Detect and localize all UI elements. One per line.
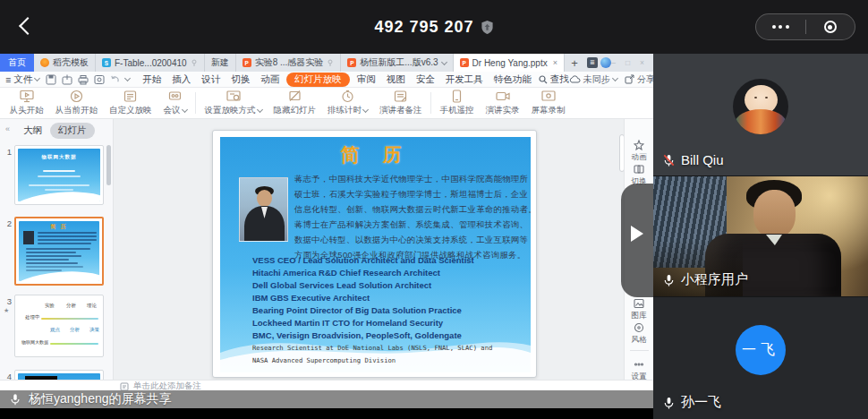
screen-record-icon [541,90,556,103]
custom-show-icon [123,90,137,103]
hide-slide-icon [288,90,302,103]
undo-icon[interactable] [110,74,120,84]
thumbnail-slide-1[interactable]: 物联网大数据 [14,145,104,205]
slideshow-settings-icon [226,90,241,103]
collapse-videos-handle[interactable] [621,184,653,297]
share-button[interactable]: 分享 [625,73,653,86]
thumbnail-slide-2-selected[interactable]: 简 历 [14,217,104,286]
style-tool[interactable]: 风格 [625,322,653,346]
find-button[interactable]: 查找 [539,73,569,86]
tab-active-doc[interactable]: P Dr Heng Yang.pptx × [454,54,565,72]
panel-header: 大纲 幻灯片 [0,123,113,139]
speaker-notes-button[interactable]: 演讲者备注 [374,90,429,116]
research-lines: Research Scientist at DoE National Labs … [252,342,492,367]
close-window-icon[interactable]: × [640,58,644,67]
screen-record-button[interactable]: 屏幕录制 [525,90,571,116]
animation-tool[interactable]: 动画 [625,140,653,163]
menu-insert[interactable]: 插入 [166,73,196,86]
participant-label: 孙一飞 [662,394,721,411]
menu-review[interactable]: 审阅 [352,73,381,86]
play-from-current-button[interactable]: 从当前开始 [49,90,104,116]
mic-on-icon [662,273,676,287]
menu-features[interactable]: 特色功能 [489,73,537,86]
tab-slides[interactable]: 幻灯片 [50,123,95,139]
preview-icon[interactable] [94,74,105,85]
avatar [733,79,788,134]
maximize-icon[interactable]: □ [625,58,630,67]
bottom-strip [0,408,653,419]
wps-window: 首页 稻壳模板 S F-Table...0200410 新建 P 实验8 ...… [0,54,653,408]
gallery-tool[interactable]: 图库 [625,298,653,321]
animation-star-icon: ★ [4,307,9,314]
menu-devtools[interactable]: 开发工具 [440,73,489,86]
menu-transition[interactable]: 切换 [226,73,255,86]
save-icon[interactable] [46,74,56,85]
menu-design[interactable]: 设计 [196,73,226,86]
play-from-start-button[interactable]: 从头开始 [4,90,49,116]
pin-icon [327,59,334,66]
quick-access-toolbar [46,74,130,85]
phone-remote-icon [452,90,462,103]
window-controls: – □ × [611,54,653,72]
mic-on-icon [662,396,676,410]
tab-list-badge-icon[interactable]: ≣ [587,57,598,68]
slide-title: 简 历 [220,142,531,167]
tab-sheet-doc[interactable]: S F-Table...0200410 [96,54,205,72]
phone-remote-button[interactable]: 手机遥控 [434,90,480,116]
close-tab-icon[interactable]: × [551,58,557,67]
participant-tile-video[interactable]: 小程序用户 [653,175,868,297]
participant-label: 小程序用户 [662,271,748,288]
print-icon[interactable] [78,74,89,85]
menu-view[interactable]: 视图 [381,73,411,86]
tab-ppt-exp[interactable]: P 实验8 ...感器实验 [236,54,342,72]
rehearse-timing-button[interactable]: 排练计时 [322,90,374,116]
gallery-icon [634,298,644,309]
animation-icon [634,140,644,150]
share-banner-text: 杨恒yangheng的屏幕共享 [29,391,172,407]
custom-show-button[interactable]: 自定义放映 [104,90,158,116]
wps-tab-bar: 首页 稻壳模板 S F-Table...0200410 新建 P 实验8 ...… [0,54,653,72]
slideshow-settings-button[interactable]: 设置放映方式 [199,90,268,116]
slide-number: 1 [2,147,12,157]
menu-security[interactable]: 安全 [411,73,440,86]
tab-outline[interactable]: 大纲 [23,124,42,137]
tab-home[interactable]: 首页 [0,54,34,72]
participant-tile-bill[interactable]: Bill Qiu [653,54,868,175]
participant-tile-sun[interactable]: 一飞 孙一飞 [653,297,868,419]
meeting-button[interactable]: 会议 [157,90,192,116]
presentation-record-button[interactable]: 演讲实录 [480,90,525,116]
thumbnail-slide-3[interactable]: 实验 分析 理论 处理中 观点 分析 决策 物联网大数据 [14,295,104,357]
play-from-current-icon [70,90,83,103]
account-avatar-icon[interactable] [600,57,611,68]
chevron-down-icon [612,75,618,81]
exit-miniprogram-icon[interactable] [806,14,855,39]
slide-number: 4 [2,372,12,380]
more-options-icon[interactable] [756,14,805,39]
chevron-down-icon [441,58,447,64]
menu-start[interactable]: 开始 [137,73,166,86]
menu-slideshow-active[interactable]: 幻灯片放映 [286,73,350,87]
chevron-down-icon[interactable] [124,75,131,81]
tab-ppt-yang[interactable]: P 杨恒新版工...版v6.3 [341,54,453,72]
presentation-record-icon [496,90,510,103]
wps-menu-bar: ≡ 文件 开始 插入 设计 切换 动画 幻灯片放映 审阅 视图 安全 开发工具 … [0,72,653,88]
tab-new-doc[interactable]: 新建 [205,54,236,72]
export-icon[interactable] [62,74,72,85]
slide-number: 2 [2,218,12,228]
thumbnail-slide-4[interactable] [14,370,104,380]
share-icon [625,74,634,84]
meeting-top-bar: 492 795 207 [0,0,868,54]
hamburger-icon: ≡ [5,74,11,85]
tab-docer[interactable]: 稻壳模板 [34,54,96,72]
panel-scrollbar[interactable] [106,145,111,185]
minimize-icon[interactable]: – [611,58,616,67]
menu-animation[interactable]: 动画 [255,73,285,86]
toolbar-divider [195,92,196,114]
sync-status[interactable]: 未同步 [569,73,617,86]
add-tab-icon[interactable]: + [565,54,584,72]
file-menu[interactable]: ≡ 文件 [5,73,39,86]
participant-label: Bill Qiu [662,152,724,167]
hide-slide-button[interactable]: 隐藏幻灯片 [268,90,322,116]
meeting-icon [168,90,182,103]
sheet-icon: S [102,58,111,67]
